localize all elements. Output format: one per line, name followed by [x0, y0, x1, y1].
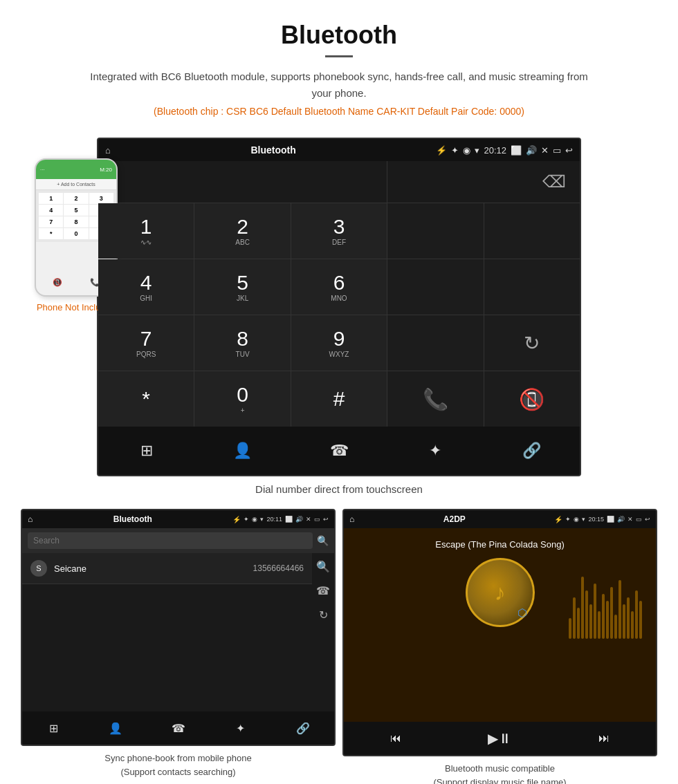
status-bar-title: Bluetooth	[111, 144, 437, 156]
pb-bt-bottom-btn[interactable]: ✦	[210, 711, 272, 745]
backspace-icon: ⌫	[542, 172, 566, 192]
pb-usb-icon: ⚡	[232, 516, 241, 523]
location-icon: ◉	[463, 145, 470, 156]
play-pause-btn[interactable]: ▶⏸	[448, 730, 551, 747]
pb-contact-seicane[interactable]: S Seicane 13566664466	[22, 553, 312, 584]
pb-contacts-list: S Seicane 13566664466	[22, 553, 312, 628]
key-3[interactable]: 3 DEF	[291, 203, 387, 259]
pb-contacts-btn[interactable]: 👤	[84, 711, 147, 745]
eq-bar	[577, 608, 580, 639]
screen-icon[interactable]: ▭	[553, 145, 561, 156]
lower-screens-section: ⌂ Bluetooth ⚡ ✦ ◉ ▾ 20:11 ⬜ 🔊 ✕ ▭ ↩ 🔍	[0, 509, 678, 784]
eq-bar	[598, 611, 601, 639]
eq-bar	[573, 597, 576, 639]
next-track-icon: ⏭	[598, 732, 610, 745]
music-home-icon[interactable]: ⌂	[349, 514, 354, 524]
close-x-icon[interactable]: ✕	[541, 145, 549, 156]
contacts-btn[interactable]: 👤	[194, 427, 291, 475]
volume-icon[interactable]: 🔊	[526, 145, 537, 156]
empty-cell-2	[484, 203, 580, 259]
backspace-cell[interactable]: ⌫	[387, 161, 580, 203]
music-cam-icon: ⬜	[607, 516, 614, 523]
key-4[interactable]: 4 GHI	[98, 259, 194, 315]
page-header: Bluetooth Integrated with BC6 Bluetooth …	[0, 0, 678, 138]
eq-bar	[606, 601, 609, 639]
bt-btn[interactable]: ✦	[387, 427, 484, 475]
phonebook-caption-line1: Sync phone-book from mobile phone	[104, 753, 251, 763]
home-icon[interactable]: ⌂	[105, 145, 111, 156]
key-8[interactable]: 8 TUV	[194, 315, 290, 371]
back-icon[interactable]: ↩	[565, 145, 573, 156]
phone-status: M:20	[100, 167, 112, 173]
key-7[interactable]: 7 PQRS	[98, 315, 194, 371]
phone-btn[interactable]: ☎	[291, 427, 387, 475]
pb-phone-btn[interactable]: ☎	[147, 711, 209, 745]
hangup-button[interactable]: 📵	[484, 371, 580, 427]
music-wrap: ⌂ A2DP ⚡ ✦ ◉ ▾ 20:15 ⬜ 🔊 ✕ ▭ ↩ Escape (T…	[342, 509, 657, 784]
key-2[interactable]: 2 ABC	[194, 203, 290, 259]
prev-track-btn[interactable]: ⏮	[344, 732, 448, 745]
music-screen-icon: ▭	[636, 516, 642, 523]
pb-search-bar: 🔍	[22, 528, 334, 553]
key-9[interactable]: 9 WXYZ	[291, 315, 387, 371]
pb-status-bar: ⌂ Bluetooth ⚡ ✦ ◉ ▾ 20:11 ⬜ 🔊 ✕ ▭ ↩	[22, 510, 334, 528]
pb-refresh-side-icon[interactable]: ↻	[319, 608, 328, 622]
key-star[interactable]: *	[98, 371, 194, 427]
key-1[interactable]: 1 ∿∿	[98, 203, 194, 259]
pb-bottom-bar: ⊞ 👤 ☎ ✦ 🔗	[22, 711, 334, 745]
pb-search-side-icon[interactable]: 🔍	[316, 560, 330, 573]
phonebook-caption: Sync phone-book from mobile phone (Suppo…	[104, 752, 251, 778]
refresh-cell[interactable]: ↻	[484, 315, 580, 371]
empty-cell-1	[387, 203, 483, 259]
pb-call-side-icon[interactable]: ☎	[316, 584, 330, 597]
music-title: A2DP	[354, 514, 554, 524]
empty-cell-4	[484, 259, 580, 315]
prev-track-icon: ⏮	[390, 732, 401, 745]
eq-bar	[619, 580, 621, 639]
music-back-icon: ↩	[645, 516, 650, 523]
album-art: ♪ ⬡	[466, 558, 535, 627]
pb-search-input[interactable]	[28, 532, 313, 549]
call-icon: 📞	[423, 387, 448, 411]
call-button[interactable]: 📞	[387, 371, 483, 427]
pb-side-icons: 🔍 ☎ ↻	[312, 553, 334, 628]
link-btn[interactable]: 🔗	[484, 427, 580, 475]
phonebook-caption-line2: (Support contacts searching)	[120, 767, 235, 777]
dialpad-btn[interactable]: ⊞	[98, 427, 194, 475]
pb-content-row: S Seicane 13566664466 🔍 ☎ ↻	[22, 553, 334, 628]
eq-bar	[639, 601, 642, 639]
pb-link-btn[interactable]: 🔗	[272, 711, 334, 745]
pb-dialpad-icon: ⊞	[49, 722, 58, 735]
music-usb-icon: ⚡	[554, 516, 562, 523]
phone-add-contact: + Add to Contacts	[36, 179, 116, 190]
key-5[interactable]: 5 JKL	[194, 259, 290, 315]
eq-bar	[627, 597, 630, 639]
next-track-btn[interactable]: ⏭	[552, 732, 656, 745]
pb-bt-bottom-icon: ✦	[236, 722, 245, 735]
contacts-icon: 👤	[233, 442, 252, 460]
key-hash[interactable]: #	[291, 371, 387, 427]
eq-bar	[635, 590, 638, 639]
music-status-right: ✦ ◉ ▾ 20:15 ⬜ 🔊 ✕ ▭ ↩	[565, 516, 650, 523]
eq-bar	[602, 594, 605, 639]
music-sig-icon: ▾	[582, 516, 585, 523]
bt-specs: (Bluetooth chip : CSR BC6 Default Blueto…	[28, 106, 650, 117]
phone-key-7: 7	[39, 216, 63, 227]
music-content-area: Escape (The Pina Colada Song) ♪ ⬡	[344, 528, 656, 722]
music-loc-icon: ◉	[574, 516, 579, 523]
pb-status-right: ✦ ◉ ▾ 20:11 ⬜ 🔊 ✕ ▭ ↩	[244, 516, 329, 523]
phone-key-5: 5	[64, 205, 88, 216]
pb-cam-icon: ⬜	[285, 516, 293, 523]
music-caption: Bluetooth music compatible (Support disp…	[433, 762, 566, 784]
pb-home-icon[interactable]: ⌂	[28, 514, 33, 524]
key-0[interactable]: 0 +	[194, 371, 290, 427]
eq-bar	[623, 604, 625, 639]
usb-icon: ⚡	[436, 145, 447, 156]
equalizer-visual	[569, 556, 642, 639]
key-6[interactable]: 6 MNO	[291, 259, 387, 315]
pb-dialpad-btn[interactable]: ⊞	[22, 711, 84, 745]
eq-bar	[610, 587, 613, 639]
music-x-icon: ✕	[627, 516, 633, 523]
eq-bar	[594, 584, 596, 639]
music-controls-bar: ⏮ ▶⏸ ⏭	[344, 722, 656, 755]
